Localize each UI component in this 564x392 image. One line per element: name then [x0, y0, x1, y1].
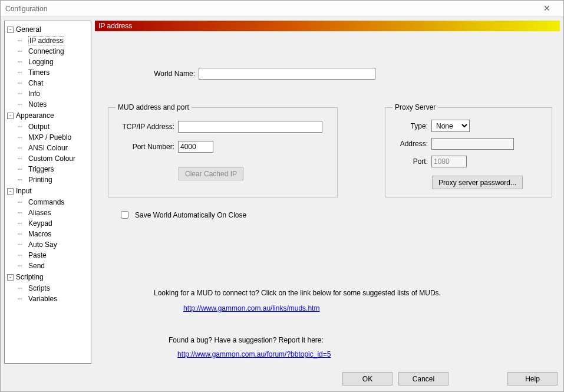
world-name-label: World Name: [130, 70, 195, 78]
config-window: Configuration ✕ -General┄IP address┄Conn… [0, 0, 564, 392]
bug-report-link[interactable]: http://www.gammon.com.au/forum/?bbtopic_… [177, 350, 331, 358]
content-pane: IP address World Name: MUD address and p… [95, 21, 560, 364]
tree-connector-icon: ┄ [18, 294, 26, 304]
proxy-legend: Proxy Server [393, 103, 438, 111]
tree-item-ip-address[interactable]: ┄IP address [6, 35, 90, 46]
ok-button[interactable]: OK [342, 372, 393, 386]
tree-item-label: Triggers [28, 165, 54, 173]
tree-connector-icon: ┄ [18, 122, 26, 131]
tree-item-aliases[interactable]: ┄Aliases [6, 207, 90, 218]
tree-item-label: Timers [28, 68, 50, 77]
tree-group-input[interactable]: -Input [6, 185, 90, 197]
tree-item-label: Output [28, 123, 50, 131]
clear-cached-ip-button[interactable]: Clear Cached IP [179, 167, 243, 180]
tree-group-label: Appearance [16, 111, 54, 120]
proxy-address-input[interactable] [431, 138, 514, 150]
close-icon[interactable]: ✕ [535, 2, 559, 15]
tree-connector-icon: ┄ [18, 240, 26, 249]
tree-connector-icon: ┄ [18, 78, 26, 88]
tree-item-keypad[interactable]: ┄Keypad [6, 218, 90, 229]
tree-item-label: Macros [28, 230, 51, 238]
tree-item-label: Auto Say [28, 241, 57, 249]
page-title: IP address [98, 22, 132, 30]
tree-item-label: Custom Colour [28, 154, 75, 163]
tree-group-label: Scripting [16, 272, 44, 282]
tree-item-label: MXP / Pueblo [28, 133, 71, 141]
proxy-fieldset: Proxy Server Type: None Address: Port: P… [385, 103, 552, 197]
cancel-button[interactable]: Cancel [398, 372, 448, 386]
tree-item-label: IP address [28, 36, 64, 45]
tcpip-input[interactable] [178, 121, 322, 133]
tree-connector-icon: ┄ [18, 36, 26, 45]
world-name-input[interactable] [199, 68, 375, 80]
tree-item-ansi-colour[interactable]: ┄ANSI Colour [6, 143, 90, 153]
tree-connector-icon: ┄ [18, 251, 26, 260]
tree-item-macros[interactable]: ┄Macros [6, 229, 90, 239]
tree-group-appearance[interactable]: -Appearance [6, 110, 90, 121]
tree-item-label: Logging [28, 58, 54, 66]
tree-item-timers[interactable]: ┄Timers [6, 67, 90, 78]
tree-item-notes[interactable]: ┄Notes [6, 99, 90, 110]
collapse-icon[interactable]: - [7, 274, 14, 281]
tree-item-label: Paste [28, 251, 47, 259]
tree-item-paste[interactable]: ┄Paste [6, 250, 90, 261]
tree-item-output[interactable]: ┄Output [6, 121, 90, 132]
tree-item-label: Info [28, 90, 40, 98]
tree-item-label: ANSI Colour [28, 144, 68, 152]
tree-item-chat[interactable]: ┄Chat [6, 78, 90, 88]
tree-item-label: Notes [28, 100, 47, 108]
tree-item-triggers[interactable]: ┄Triggers [6, 164, 90, 174]
tree-connector-icon: ┄ [18, 47, 26, 56]
proxy-port-label: Port: [393, 157, 428, 166]
tree-connector-icon: ┄ [18, 100, 26, 109]
proxy-port-input[interactable] [431, 156, 467, 167]
tree-item-printing[interactable]: ┄Printing [6, 174, 90, 185]
tree-item-auto-say[interactable]: ┄Auto Say [6, 239, 90, 250]
tree-group-general[interactable]: -General [6, 24, 90, 35]
tree-item-label: Aliases [28, 209, 51, 217]
proxy-address-label: Address: [393, 140, 428, 148]
tree-group-scripting[interactable]: -Scripting [6, 271, 90, 283]
page-banner: IP address [95, 21, 560, 31]
tree-item-label: Send [28, 262, 45, 270]
mud-legend: MUD address and port [116, 103, 192, 111]
tree-item-label: Variables [28, 295, 57, 303]
tree-connector-icon: ┄ [18, 143, 26, 153]
tree-connector-icon: ┄ [18, 164, 26, 174]
tree-item-label: Connecting [28, 47, 64, 55]
tree-connector-icon: ┄ [18, 229, 26, 239]
tcpip-label: TCP/IP Address: [116, 123, 174, 131]
tree-connector-icon: ┄ [18, 208, 26, 218]
tree-connector-icon: ┄ [18, 89, 26, 98]
category-tree[interactable]: -General┄IP address┄Connecting┄Logging┄T… [4, 21, 91, 364]
autosave-checkbox[interactable] [121, 211, 128, 219]
tree-item-scripts[interactable]: ┄Scripts [6, 283, 90, 294]
tree-connector-icon: ┄ [18, 133, 26, 142]
tree-item-connecting[interactable]: ┄Connecting [6, 46, 90, 57]
tree-connector-icon: ┄ [18, 284, 26, 293]
tree-item-label: Keypad [28, 219, 52, 228]
tree-item-mxp-pueblo[interactable]: ┄MXP / Pueblo [6, 132, 90, 143]
port-input[interactable] [178, 141, 213, 153]
tree-item-custom-colour[interactable]: ┄Custom Colour [6, 153, 90, 164]
tree-connector-icon: ┄ [18, 219, 26, 228]
mud-list-link[interactable]: http://www.gammon.com.au/links/muds.htm [183, 304, 319, 312]
proxy-type-select[interactable]: None [431, 120, 470, 132]
tree-connector-icon: ┄ [18, 261, 26, 271]
collapse-icon[interactable]: - [7, 27, 14, 33]
tree-item-variables[interactable]: ┄Variables [6, 294, 90, 304]
tree-item-commands[interactable]: ┄Commands [6, 197, 90, 207]
tree-item-send[interactable]: ┄Send [6, 261, 90, 271]
tree-connector-icon: ┄ [18, 197, 26, 207]
collapse-icon[interactable]: - [7, 113, 14, 119]
tree-item-label: Chat [28, 79, 43, 87]
tree-item-info[interactable]: ┄Info [6, 88, 90, 99]
mud-fieldset: MUD address and port TCP/IP Address: Por… [108, 103, 338, 197]
help-button[interactable]: Help [507, 372, 558, 386]
tree-item-label: Commands [28, 198, 64, 206]
tree-item-logging[interactable]: ┄Logging [6, 57, 90, 67]
tree-group-label: Input [16, 186, 32, 196]
proxy-password-button[interactable]: Proxy server password... [432, 176, 523, 189]
collapse-icon[interactable]: - [7, 188, 14, 195]
tree-connector-icon: ┄ [18, 175, 26, 185]
